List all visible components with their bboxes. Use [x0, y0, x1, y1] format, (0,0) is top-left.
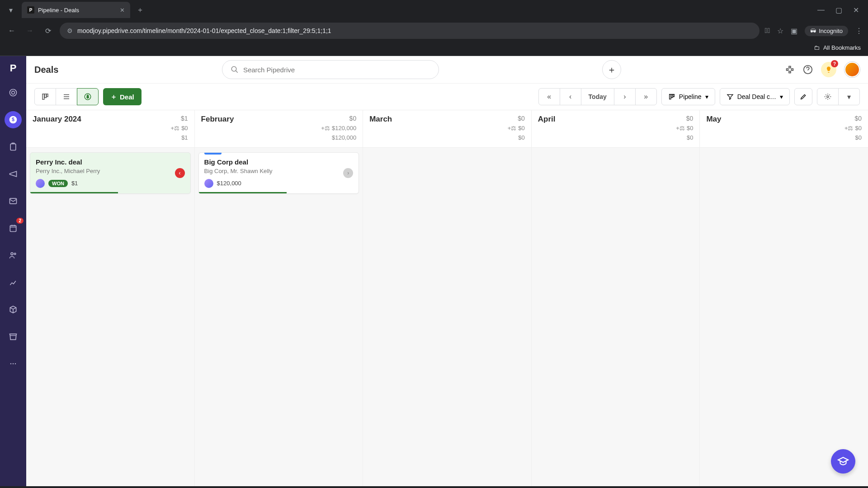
edit-pipeline-button[interactable] [794, 88, 812, 105]
deal-amount: $120,000 [217, 180, 241, 187]
deal-title: Big Corp deal [204, 158, 354, 166]
new-tab-button[interactable]: ＋ [134, 3, 146, 18]
side-panel-icon[interactable]: ▣ [791, 27, 797, 35]
svg-point-22 [827, 96, 829, 98]
activity-status-none-icon[interactable]: › [343, 168, 353, 178]
browser-tab[interactable]: P Pipeline - Deals ✕ [22, 2, 130, 18]
sidebar-item-contacts[interactable] [5, 247, 22, 264]
today-button[interactable]: Today [581, 88, 614, 105]
filter-selector[interactable]: Deal Deal c… ▾ [720, 88, 790, 105]
svg-rect-16 [47, 94, 48, 97]
incognito-label: Incognito [819, 28, 843, 34]
sidebar-item-more[interactable] [5, 355, 22, 372]
month-label: April [538, 115, 556, 124]
calendar-icon [9, 224, 18, 233]
deal-subtitle: Big Corp, Mr. Shawn Kelly [204, 168, 354, 174]
svg-rect-21 [673, 94, 674, 97]
month-weighted: $0 [518, 124, 524, 133]
month-total: $1 [181, 115, 188, 124]
forward-icon[interactable]: → [24, 27, 36, 35]
pipeline-selector[interactable]: Pipeline ▾ [661, 88, 715, 105]
month-header-march: March$0 +⚖$0 $0 [363, 110, 532, 147]
add-deal-button[interactable]: ＋ Deal [103, 88, 142, 105]
tab-bar: ▾ P Pipeline - Deals ✕ ＋ — ▢ ✕ [0, 0, 868, 20]
minimize-icon[interactable]: — [817, 6, 825, 14]
sidebar-item-leads[interactable] [5, 84, 22, 101]
url-input[interactable]: ⚙ moodjoy.pipedrive.com/timeline/month/2… [60, 23, 760, 39]
month-header-january: January 2024$1 +⚖$0 $1 [26, 110, 195, 147]
sidebar-item-marketplace[interactable] [5, 328, 22, 345]
pipedrive-logo-icon[interactable]: P [10, 62, 17, 74]
back-icon[interactable]: ← [5, 27, 18, 35]
month-label: January 2024 [33, 115, 81, 124]
svg-text:$: $ [12, 117, 14, 122]
box-icon [9, 305, 18, 314]
month-secondary: $0 [706, 133, 862, 143]
search-input[interactable] [243, 66, 430, 74]
browser-menu-icon[interactable]: ⋮ [855, 27, 863, 35]
forecast-view-button[interactable]: $ [77, 88, 99, 105]
pipeline-selector-label: Pipeline [679, 93, 702, 100]
apps-icon[interactable] [785, 65, 795, 75]
maximize-icon[interactable]: ▢ [835, 6, 842, 14]
view-switcher: $ [34, 88, 99, 105]
svg-rect-6 [10, 225, 16, 231]
settings-group: ▾ [817, 88, 860, 105]
deal-card[interactable]: Big Corp deal Big Corp, Mr. Shawn Kelly … [198, 152, 359, 194]
mail-icon [9, 197, 18, 206]
folder-icon: 🗀 [814, 44, 820, 51]
incognito-badge[interactable]: 🕶 Incognito [805, 26, 848, 36]
activity-status-overdue-icon[interactable]: ‹ [175, 168, 185, 178]
chart-icon [9, 278, 18, 287]
user-avatar[interactable] [844, 62, 860, 77]
search-box[interactable] [222, 60, 439, 79]
deal-card[interactable]: Perry Inc. deal Perry Inc., Michael Perr… [30, 152, 191, 194]
chevron-down-icon: ▾ [780, 93, 783, 100]
site-info-icon[interactable]: ⚙ [67, 27, 73, 34]
sidebar-item-mail[interactable] [5, 192, 22, 210]
month-label: March [369, 115, 392, 124]
jump-back-button[interactable]: « [538, 88, 560, 105]
sidebar-item-projects[interactable] [5, 138, 22, 155]
chevron-left-icon: ‹ [569, 93, 571, 101]
month-column-february: Big Corp deal Big Corp, Mr. Shawn Kelly … [195, 148, 363, 486]
month-weighted: $0 [181, 124, 188, 133]
help-icon[interactable] [803, 65, 813, 75]
svg-point-0 [10, 89, 17, 96]
all-bookmarks-link[interactable]: All Bookmarks [823, 44, 861, 51]
jump-forward-button[interactable]: » [635, 88, 657, 105]
tabs-dropdown-icon[interactable]: ▾ [4, 3, 18, 17]
bookmark-star-icon[interactable]: ☆ [777, 27, 783, 35]
toolbar: $ ＋ Deal « ‹ Today › » Pipeline ▾ [26, 83, 868, 110]
month-secondary: $0 [538, 133, 693, 143]
date-nav: « ‹ Today › » [538, 88, 657, 105]
list-view-button[interactable] [56, 88, 77, 105]
top-bar: Deals ＋ ? [26, 56, 868, 83]
prev-button[interactable]: ‹ [560, 88, 581, 105]
quick-add-button[interactable]: ＋ [602, 60, 621, 79]
pipeline-view-button[interactable] [34, 88, 56, 105]
settings-button[interactable] [817, 88, 839, 105]
month-secondary: $1 [33, 133, 188, 143]
window-controls: — ▢ ✕ [817, 6, 864, 14]
academy-fab[interactable] [831, 449, 855, 474]
close-window-icon[interactable]: ✕ [853, 6, 859, 14]
sidebar-item-activities[interactable]: 2 [5, 220, 22, 237]
sidebar-item-products[interactable] [5, 301, 22, 318]
settings-dropdown-button[interactable]: ▾ [838, 88, 860, 105]
sales-assistant-button[interactable]: ? [821, 62, 836, 77]
pencil-icon [800, 93, 807, 100]
eye-off-icon[interactable]: 👁̸ [765, 27, 770, 35]
reload-icon[interactable]: ⟳ [42, 27, 54, 35]
sidebar-item-insights[interactable] [5, 274, 22, 291]
svg-rect-19 [669, 94, 670, 99]
deal-amount: $1 [71, 180, 78, 187]
sidebar-item-campaigns[interactable] [5, 165, 22, 183]
month-column-may [700, 148, 868, 486]
close-tab-icon[interactable]: ✕ [120, 7, 125, 14]
sidebar-item-deals[interactable]: $ [5, 111, 22, 128]
chevron-right-icon: › [623, 93, 626, 101]
target-icon [9, 88, 18, 97]
next-button[interactable]: › [614, 88, 636, 105]
activities-badge: 2 [16, 218, 24, 224]
